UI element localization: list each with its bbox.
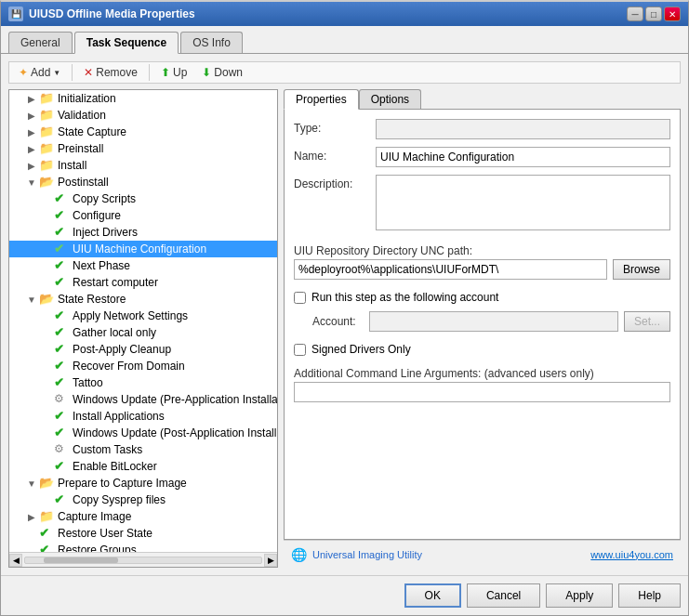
account-input[interactable]: [369, 311, 618, 332]
tree-item-winupdate-pre[interactable]: ▶ ⚙ Windows Update (Pre-Application Inst…: [9, 391, 278, 408]
apply-button[interactable]: Apply: [546, 583, 613, 608]
tree-item-restore-groups[interactable]: ▶ ✔ Restore Groups: [9, 542, 278, 552]
description-field: [376, 175, 670, 233]
dropdown-icon: ▼: [53, 69, 60, 77]
tree-item-validation[interactable]: ▶ 📁 Validation: [9, 107, 278, 124]
description-input[interactable]: [376, 175, 670, 230]
cmd-args-label: Additional Command Line Arguments: (adva…: [294, 367, 670, 380]
window-icon: 💾: [8, 7, 23, 21]
check-icon: ✔: [54, 492, 71, 507]
check-icon: ✔: [54, 342, 71, 357]
footer-bar: 🌐 Universal Imaging Utility www.uiu4you.…: [284, 540, 681, 568]
description-label: Description:: [294, 175, 368, 190]
remove-button[interactable]: ✕ Remove: [78, 64, 143, 81]
dialog-footer: OK Cancel Apply Help: [1, 575, 688, 615]
cancel-button[interactable]: Cancel: [467, 583, 540, 608]
tree-item-install-applications[interactable]: ▶ ✔ Install Applications: [9, 408, 278, 425]
expand-icon[interactable]: ▶: [24, 127, 39, 138]
tab-os-info[interactable]: OS Info: [180, 32, 243, 53]
expand-icon[interactable]: ▶: [24, 111, 39, 121]
tree-scrollbar-x[interactable]: ◀ ▶: [9, 552, 277, 567]
star-icon: ✦: [19, 66, 28, 79]
tab-properties[interactable]: Properties: [284, 89, 359, 110]
ok-button[interactable]: OK: [404, 583, 461, 608]
expand-icon[interactable]: ▶: [24, 512, 39, 522]
check-icon: ✔: [39, 526, 56, 541]
tree-item-custom-tasks[interactable]: ▶ ⚙ Custom Tasks: [9, 441, 278, 458]
expand-icon[interactable]: ▶: [24, 144, 39, 154]
add-button[interactable]: ✦ Add ▼: [13, 64, 66, 81]
scroll-thumb-x[interactable]: [44, 557, 118, 563]
tree-item-state-capture[interactable]: ▶ 📁 State Capture: [9, 124, 278, 140]
tree-item-copy-scripts[interactable]: ▶ ✔ Copy Scripts: [9, 190, 278, 207]
gear-icon: ⚙: [54, 392, 71, 407]
tree-item-postinstall[interactable]: ▼ 📂 Postinstall: [9, 174, 278, 190]
check-icon: ✔: [54, 191, 71, 206]
expand-icon[interactable]: ▼: [24, 478, 39, 489]
run-as-account-row: Run this step as the following account: [294, 291, 670, 304]
unc-input[interactable]: [294, 259, 607, 280]
expand-icon[interactable]: ▶: [24, 161, 39, 171]
tree-item-uiu-machine-config[interactable]: ▶ ✔ UIU Machine Configuration: [9, 241, 278, 257]
tree-item-next-phase[interactable]: ▶ ✔ Next Phase: [9, 257, 278, 274]
cmd-args-input[interactable]: [294, 382, 670, 402]
check-icon: ✔: [54, 409, 71, 424]
maximize-button[interactable]: □: [645, 7, 662, 21]
tab-general[interactable]: General: [8, 32, 73, 53]
down-button[interactable]: ⬇ Down: [196, 64, 248, 81]
tree-item-copy-sysprep[interactable]: ▶ ✔ Copy Sysprep files: [9, 491, 278, 508]
check-icon: ✔: [54, 325, 71, 340]
set-button[interactable]: Set...: [624, 311, 670, 332]
tree-item-inject-drivers[interactable]: ▶ ✔ Inject Drivers: [9, 224, 278, 241]
tree-item-state-restore[interactable]: ▼ 📂 State Restore: [9, 291, 278, 308]
description-row: Description:: [294, 175, 670, 233]
check-icon: ✔: [54, 258, 71, 273]
close-button[interactable]: ✕: [664, 7, 681, 21]
tree-item-enable-bitlocker[interactable]: ▶ ✔ Enable BitLocker: [9, 458, 278, 475]
tab-options[interactable]: Options: [359, 89, 421, 109]
unc-label: UIU Repository Directory UNC path:: [294, 244, 670, 257]
expand-icon[interactable]: ▶: [24, 94, 39, 104]
tree-item-restore-user-state[interactable]: ▶ ✔ Restore User State: [9, 525, 278, 542]
tree-item-configure[interactable]: ▶ ✔ Configure: [9, 207, 278, 224]
type-input[interactable]: [376, 119, 670, 139]
tree-item-capture-image[interactable]: ▶ 📁 Capture Image: [9, 508, 278, 525]
footer-brand: 🌐 Universal Imaging Utility: [291, 547, 422, 562]
tree-item-install[interactable]: ▶ 📁 Install: [9, 157, 278, 174]
tree-item-prepare-capture[interactable]: ▼ 📂 Prepare to Capture Image: [9, 475, 278, 491]
expand-icon[interactable]: ▼: [24, 177, 39, 188]
help-button[interactable]: Help: [618, 583, 681, 608]
tree-item-recover-from-domain[interactable]: ▶ ✔ Recover From Domain: [9, 358, 278, 374]
signed-drivers-checkbox[interactable]: [294, 344, 306, 356]
toolbar-separator-1: [72, 64, 73, 81]
tree-item-winupdate-post[interactable]: ▶ ✔ Windows Update (Post-Application Ins…: [9, 425, 278, 441]
main-panel: ▶ 📁 Initialization ▶ 📁 Validation ▶ 📁: [8, 89, 681, 568]
globe-icon: 🌐: [291, 547, 307, 562]
tab-task-sequence[interactable]: Task Sequence: [74, 32, 179, 54]
signed-drivers-label: Signed Drivers Only: [311, 343, 411, 356]
browse-button[interactable]: Browse: [613, 259, 670, 280]
run-as-account-checkbox[interactable]: [294, 292, 306, 304]
tree-panel[interactable]: ▶ 📁 Initialization ▶ 📁 Validation ▶ 📁: [9, 90, 278, 552]
website-link[interactable]: www.uiu4you.com: [590, 549, 673, 560]
tree-item-restart-computer[interactable]: ▶ ✔ Restart computer: [9, 274, 278, 291]
name-input[interactable]: [376, 147, 670, 167]
scroll-left-btn[interactable]: ◀: [9, 554, 22, 567]
tree-item-apply-network[interactable]: ▶ ✔ Apply Network Settings: [9, 308, 278, 324]
window-title: UIUSD Offline Media Properties: [29, 7, 195, 20]
tree-item-preinstall[interactable]: ▶ 📁 Preinstall: [9, 140, 278, 157]
content-area: ✦ Add ▼ ✕ Remove ⬆ Up ⬇ Down: [1, 54, 688, 575]
check-icon: ✔: [39, 543, 56, 552]
tree-item-initialization[interactable]: ▶ 📁 Initialization: [9, 90, 278, 107]
scroll-right-btn[interactable]: ▶: [264, 554, 277, 567]
tree-item-post-apply-cleanup[interactable]: ▶ ✔ Post-Apply Cleanup: [9, 341, 278, 358]
scroll-track-x[interactable]: [24, 557, 262, 564]
folder-icon: 📁: [39, 141, 56, 156]
up-button[interactable]: ⬆ Up: [155, 64, 192, 81]
expand-icon[interactable]: ▼: [24, 295, 39, 305]
minimize-button[interactable]: ─: [627, 7, 643, 21]
type-row: Type:: [294, 119, 670, 139]
tree-item-gather-local[interactable]: ▶ ✔ Gather local only: [9, 324, 278, 341]
tree-item-tattoo[interactable]: ▶ ✔ Tattoo: [9, 374, 278, 391]
unc-row: Browse: [294, 259, 670, 280]
